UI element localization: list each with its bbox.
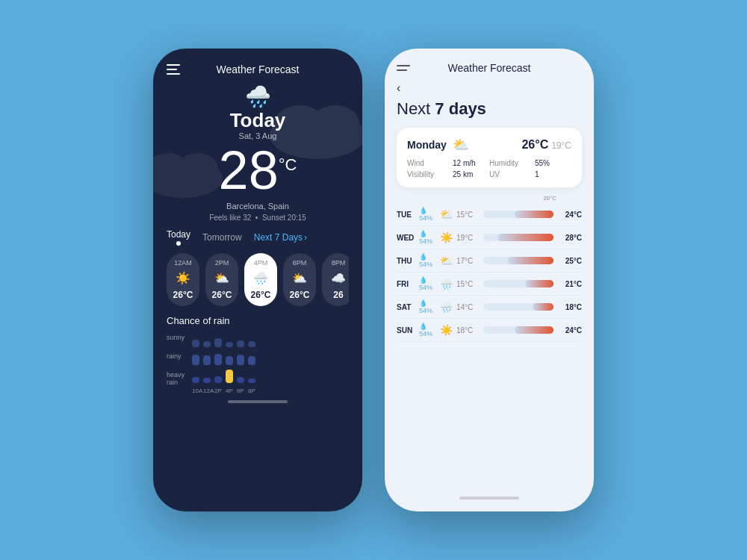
tab-next7days[interactable]: Next 7 Days ›	[254, 232, 307, 243]
uv-label: UV	[489, 170, 530, 178]
monday-low-temp: 19°C	[551, 140, 571, 151]
fri-bar	[483, 280, 554, 287]
monday-high-temp: 26°C	[521, 138, 548, 152]
temp-value: 28	[219, 140, 279, 200]
dark-app-title: Weather Forecast	[216, 63, 299, 75]
hourly-forecast: 12AM ☀️ 26°C 2PM ⛅ 26°C 4PM 🌧️ 26°C 6PM …	[167, 253, 349, 306]
x-label-2pm: 2P	[214, 388, 222, 394]
tab-tomorrow[interactable]: Tomorrow	[202, 232, 242, 243]
rain-label-sunny: sunny	[167, 334, 192, 341]
today-date: Sat, 3 Aug	[167, 131, 349, 140]
hour-card-4pm-selected[interactable]: 4PM 🌧️ 26°C	[244, 253, 277, 306]
dark-phone: Weather Forecast 🌧️ Today Sat, 3 Aug 28°…	[153, 49, 362, 511]
monday-label: Monday	[407, 139, 447, 151]
feels-sunset: Feels like 32 • Sunset 20:15	[167, 214, 349, 222]
day-row-wed: WED 💧54% ☀️ 19°C 28°C	[397, 226, 582, 249]
light-header: Weather Forecast	[397, 62, 582, 74]
rain-section: Chance of rain sunny rainy heavyrain	[167, 315, 349, 394]
wind-value: 12 m/h	[453, 159, 476, 167]
tab-today[interactable]: Today	[167, 229, 190, 246]
chevron-right-icon: ›	[304, 232, 307, 243]
sun-bar	[483, 326, 554, 334]
temperature-display: 28°C	[167, 143, 349, 197]
x-label-8pm: 8P	[248, 388, 255, 394]
feels-like: Feels like 32	[209, 214, 251, 222]
monday-detail-card: Monday ⛅ 26°C 19°C Wind 12 m/h Humidity …	[397, 128, 582, 187]
day-row-fri: FRI 💧54% 🌧️ 15°C 21°C	[397, 273, 582, 296]
hour-card-8pm[interactable]: 8PM ☁️ 26	[322, 253, 349, 306]
rain-label-heavy: heavyrain	[167, 371, 192, 386]
x-label-6pm: 6P	[237, 388, 244, 394]
sat-bar	[483, 303, 554, 311]
day-row-sat: SAT 💧54% 🌧️ 14°C 18°C	[397, 296, 582, 319]
back-button[interactable]: ‹	[397, 81, 582, 95]
x-label-4pm: 4P	[226, 388, 233, 394]
rainy-bars	[192, 350, 349, 365]
tue-bar	[483, 211, 554, 218]
monday-details-grid: Wind 12 m/h Humidity 55% Visibility 25 k…	[407, 159, 571, 178]
visibility-label: Visibility	[407, 170, 448, 178]
wed-bar	[483, 234, 554, 241]
sunny-bars	[192, 332, 349, 347]
monday-weather-icon: ⛅	[453, 137, 469, 153]
light-app-title: Weather Forecast	[447, 62, 530, 74]
uv-value: 1	[535, 170, 539, 178]
day-row-thu: THU 💧54% ⛅ 17°C 25°C	[397, 249, 582, 273]
humidity-label: Humidity	[489, 159, 530, 167]
light-phone: Weather Forecast ‹ Next 7 days Monday ⛅ …	[385, 49, 594, 511]
weather-icon-today: 🌧️	[167, 84, 349, 109]
weekly-forecast-list: TUE 💧54% ⛅ 15°C 24°C WED 💧54% ☀️ 19°C 28…	[397, 203, 582, 491]
light-menu-icon[interactable]	[397, 65, 410, 71]
home-indicator-light	[459, 497, 519, 500]
temp-unit: °C	[279, 155, 297, 174]
day-row-tue: TUE 💧54% ⛅ 15°C 24°C	[397, 203, 582, 226]
forecast-tabs: Today Tomorrow Next 7 Days ›	[167, 229, 349, 246]
x-label-12am: 12A	[203, 388, 211, 394]
next-days-heading: Next 7 days	[397, 99, 582, 119]
today-label: Today	[167, 111, 349, 130]
wind-label: Wind	[407, 159, 448, 167]
dark-header: Weather Forecast	[167, 63, 349, 75]
visibility-value: 25 km	[453, 170, 473, 178]
bar-reference-label: 20°C	[397, 195, 582, 202]
hour-card-12am[interactable]: 12AM ☀️ 26°C	[167, 253, 199, 306]
day-row-sun: SUN 💧54% ☀️ 18°C 24°C	[397, 319, 582, 342]
thu-bar	[483, 257, 554, 264]
heavy-rain-bars	[192, 368, 349, 383]
humidity-value: 55%	[535, 159, 550, 167]
rain-label-rainy: rainy	[167, 352, 192, 360]
home-indicator-dark	[228, 400, 288, 403]
hour-card-6pm[interactable]: 6PM ⛅ 26°C	[283, 253, 316, 306]
rain-title: Chance of rain	[167, 315, 349, 326]
x-label-10am: 10A	[192, 388, 199, 394]
sunset-time: Sunset 20:15	[262, 214, 306, 222]
hour-card-2pm[interactable]: 2PM ⛅ 26°C	[205, 253, 238, 306]
menu-icon[interactable]	[167, 64, 180, 75]
location-label: Barcelona, Spain	[167, 202, 349, 211]
